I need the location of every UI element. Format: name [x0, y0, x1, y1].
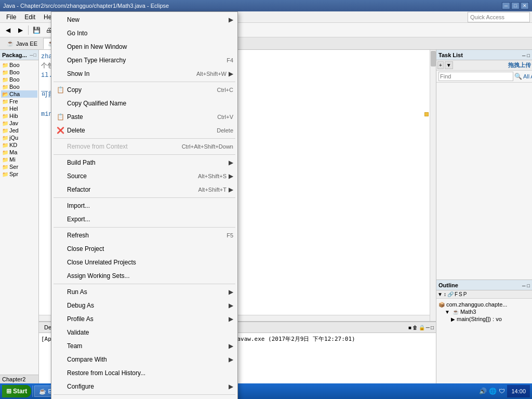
context-menu-item-configure[interactable]: Configure▶ [51, 380, 237, 393]
outline-hide-fields-btn[interactable]: F [455, 291, 458, 297]
outline-class-item[interactable]: ▼ ☕ Math3 [438, 308, 530, 315]
outline-hide-nonpublic-btn[interactable]: P [463, 291, 467, 297]
list-item[interactable]: 📁Ma [1, 149, 37, 156]
tab-java-ee[interactable]: ☕ Java EE [2, 38, 42, 49]
list-item[interactable]: 📁Boo [1, 76, 37, 83]
context-menu-item-validate[interactable]: Validate [51, 326, 237, 339]
filter-all-label[interactable]: All [523, 73, 529, 79]
list-item[interactable]: 📁Boo [1, 69, 37, 76]
list-item[interactable]: 📁Fre [1, 98, 37, 105]
outline-header-controls: ─ □ [522, 282, 530, 288]
context-menu-item-export[interactable]: Export... [51, 212, 237, 226]
compare-with-submenu-arrow: ▶ [229, 356, 233, 363]
open-new-window-label: Open in New Window [67, 43, 233, 50]
outline-method-item[interactable]: ▶ main(String[]) : vo [438, 315, 530, 323]
list-item[interactable]: 📁jQu [1, 134, 37, 141]
minimize-button[interactable]: ─ [502, 2, 510, 9]
context-menu-item-new[interactable]: New▶ [51, 13, 237, 26]
shield-icon[interactable]: 🛡 [499, 388, 505, 395]
panel-maximize-btn[interactable]: □ [34, 52, 36, 58]
context-menu-item-show-in[interactable]: Show InAlt+Shift+W▶ [51, 67, 237, 81]
outline-maximize[interactable]: □ [527, 283, 530, 288]
editor-scrollbar-thumb[interactable] [431, 51, 436, 66]
configure-submenu-arrow: ▶ [229, 383, 233, 390]
task-list-minimize[interactable]: ─ [522, 53, 525, 58]
outline-minimize[interactable]: ─ [522, 283, 525, 288]
list-item[interactable]: 📁Hib [1, 112, 37, 119]
list-item[interactable]: 📂Cha [1, 90, 37, 98]
context-menu-item-go-into[interactable]: Go Into [51, 26, 237, 40]
context-menu-item-source[interactable]: SourceAlt+Shift+S▶ [51, 169, 237, 183]
panel-minimize-btn[interactable]: ─ [30, 52, 33, 58]
context-menu-item-team[interactable]: Team▶ [51, 339, 237, 353]
network-icon[interactable]: 🌐 [489, 388, 497, 395]
task-list-content [436, 83, 532, 280]
menu-file[interactable]: File [2, 12, 20, 22]
context-menu-item-debug-as[interactable]: Debug As▶ [51, 299, 237, 312]
context-menu-item-refactor[interactable]: RefactorAlt+Shift+T▶ [51, 183, 237, 196]
volume-icon[interactable]: 🔊 [479, 388, 487, 395]
list-item[interactable]: 📁Jed [1, 127, 37, 134]
list-item[interactable]: 📁Hel [1, 105, 37, 112]
list-item[interactable]: 📁Ser [1, 163, 37, 170]
task-filter-btn[interactable]: ▼ [445, 61, 453, 69]
context-menu-item-delete[interactable]: ❌DeleteDelete [51, 124, 237, 137]
console-scroll-lock-btn[interactable]: 🔒 [419, 325, 425, 330]
list-item[interactable]: 📁Boo [1, 83, 37, 90]
context-menu-item-restore-from-local-history[interactable]: Restore from Local History... [51, 366, 237, 380]
context-menu-separator [54, 197, 235, 198]
context-menu-item-build-path[interactable]: Build Path▶ [51, 156, 237, 169]
context-menu-item-open-type-hierarchy[interactable]: Open Type HierarchyF4 [51, 54, 237, 67]
paste-label: Paste [67, 113, 213, 121]
folder-icon: 📁 [2, 142, 8, 148]
context-menu-item-open-new-window[interactable]: Open in New Window [51, 40, 237, 54]
list-item[interactable]: 📁KD [1, 141, 37, 149]
outline-sort-btn[interactable]: ↕ [444, 291, 446, 297]
context-menu-item-compare-with[interactable]: Compare With▶ [51, 353, 237, 366]
outline-link-btn[interactable]: 🔗 [447, 291, 454, 297]
context-menu-item-run-as[interactable]: Run As▶ [51, 285, 237, 299]
maximize-button[interactable]: □ [511, 2, 520, 9]
context-menu-item-properties[interactable]: PropertiesAlt+Enter [51, 396, 237, 399]
find-bar: 🔍 All Activ... [436, 71, 532, 83]
outline-package-item[interactable]: 📦 com.zhangguo.chapte... [438, 301, 530, 308]
context-menu-item-profile-as[interactable]: Profile As▶ [51, 312, 237, 326]
outline-expand-icon: ▼ [445, 309, 450, 315]
outline-title: Outline [438, 282, 458, 288]
outline-hide-static-btn[interactable]: S [459, 291, 462, 297]
toolbar-back-btn[interactable]: ◀ [2, 24, 14, 36]
find-input[interactable] [438, 72, 513, 81]
clock[interactable]: 14:00 [507, 385, 530, 397]
context-menu-item-copy-qualified-name[interactable]: Copy Qualified Name [51, 97, 237, 110]
list-item[interactable]: 📁Spr [1, 170, 37, 178]
start-button[interactable]: ⊞ Start [2, 385, 31, 397]
toolbar-fwd-btn[interactable]: ▶ [15, 24, 26, 36]
export-icon [56, 215, 65, 224]
close-button[interactable]: ✕ [521, 2, 529, 9]
console-maximize-btn[interactable]: □ [431, 325, 434, 330]
task-list-maximize[interactable]: □ [527, 53, 530, 58]
context-menu-item-close-unrelated-projects[interactable]: Close Unrelated Projects [51, 256, 237, 269]
task-new-btn[interactable]: + [437, 61, 444, 69]
editor-scrollbar[interactable] [430, 50, 436, 321]
console-clear-btn[interactable]: 🗑 [413, 325, 418, 330]
menu-edit[interactable]: Edit [20, 12, 39, 22]
context-menu-item-import[interactable]: Import... [51, 199, 237, 212]
context-menu-item-copy[interactable]: 📋CopyCtrl+C [51, 83, 237, 97]
console-terminate-btn[interactable]: ■ [408, 325, 411, 330]
outline-collapse-btn[interactable]: ▼ [437, 291, 443, 297]
refactor-icon [56, 185, 65, 194]
context-menu-item-paste[interactable]: 📋PasteCtrl+V [51, 110, 237, 124]
list-item[interactable]: 📁Boo [1, 61, 37, 69]
context-menu-item-close-project[interactable]: Close Project [51, 242, 237, 256]
list-item[interactable]: 📁Mi [1, 156, 37, 163]
list-item[interactable]: 📁Jav [1, 119, 37, 127]
context-menu-item-refresh[interactable]: RefreshF5 [51, 229, 237, 242]
task-cloud-btn[interactable]: 拖拽上传 [508, 61, 531, 69]
console-minimize-btn[interactable]: ─ [426, 325, 430, 330]
toolbar-save-btn[interactable]: 💾 [31, 24, 42, 36]
context-menu-item-assign-working-sets[interactable]: Assign Working Sets... [51, 269, 237, 283]
outline-tree: 📦 com.zhangguo.chapte... ▼ ☕ Math3 ▶ mai… [436, 299, 532, 325]
refresh-icon [56, 231, 65, 240]
quick-access-box[interactable]: Quick Access [468, 12, 530, 22]
